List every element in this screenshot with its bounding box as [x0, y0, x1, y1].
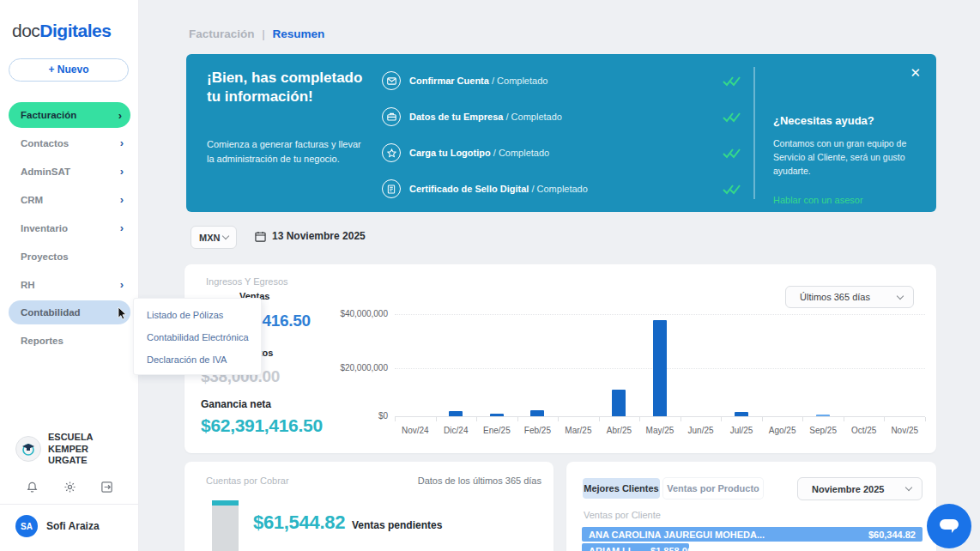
user-row[interactable]: SA Sofi Araiza — [0, 505, 139, 551]
breadcrumb-current: Resumen — [273, 27, 325, 40]
submenu-item-contabilidad-electronica[interactable]: Contabilidad Electrónica — [134, 326, 261, 348]
star-icon — [382, 143, 401, 162]
sidebar-item-facturacion[interactable]: Facturación › — [9, 102, 130, 128]
checklist-title: Certificado de Sello Digital — [409, 184, 529, 194]
tab-ventas-por-producto[interactable]: Ventas por Producto — [663, 478, 763, 499]
sidebar-item-label: Contactos — [21, 138, 69, 148]
client-row[interactable]: ANA CAROLINA JAUREGUI MOHEDA... $60,344.… — [582, 527, 923, 542]
chevron-right-icon: › — [120, 221, 124, 234]
banner-help: ¿Necesitas ayuda? Contamos con un gran e… — [773, 114, 919, 207]
sidebar: docDigitales + Nuevo Facturación › Conta… — [0, 0, 139, 551]
chat-launcher-button[interactable] — [927, 504, 971, 548]
x-tick — [599, 417, 600, 421]
sidebar-item-label: AdminSAT — [21, 167, 70, 177]
net-label: Ganancia neta — [201, 398, 271, 410]
x-tick-label: Ago/25 — [769, 426, 796, 435]
checklist-label: Datos de tu Empresa / Completado — [409, 112, 562, 122]
card-title: Ingresos Y Egresos — [206, 276, 288, 287]
receivables-card: Cuentas por Cobrar Datos de los últimos … — [185, 462, 554, 551]
date-text: 13 Noviembre 2025 — [272, 230, 366, 242]
x-tick — [639, 417, 640, 421]
card-title: Cuentas por Cobrar — [206, 475, 289, 486]
breadcrumb-section[interactable]: Facturación — [189, 27, 255, 40]
x-tick — [721, 417, 722, 421]
x-tick — [558, 417, 559, 421]
logo-prefix: doc — [12, 21, 39, 40]
bar-Ene/25 — [490, 414, 504, 416]
x-tick — [762, 417, 763, 421]
onboarding-banner: ¡Bien, has completado tu información! Co… — [186, 54, 936, 212]
sidebar-footer: ESCUELA KEMPER URGATE — [0, 423, 139, 551]
best-clients-card: Mejores Clientes Ventas por Producto Nov… — [566, 462, 936, 551]
sidebar-item-contactos[interactable]: Contactos › — [0, 129, 139, 157]
banner-checklist: Confirmar Cuenta / Completado Datos de t… — [382, 63, 742, 207]
app-logo: docDigitales — [12, 21, 111, 41]
certificate-icon — [382, 179, 401, 198]
x-tick-label: Mar/25 — [565, 426, 591, 435]
x-tick-label: Feb/25 — [524, 426, 551, 435]
sidebar-item-label: RH — [21, 280, 35, 290]
client-name: ARIAM LI... — [589, 546, 638, 551]
bell-icon[interactable] — [26, 481, 39, 493]
chevron-down-icon — [897, 292, 904, 299]
checklist-label: Carga tu Logotipo / Completado — [409, 148, 549, 158]
bar-Dic/24 — [449, 411, 463, 416]
checklist-title: Carga tu Logotipo — [409, 148, 491, 158]
sidebar-item-adminsat[interactable]: AdminSAT › — [0, 157, 139, 185]
logout-icon[interactable] — [100, 481, 113, 493]
chevron-right-icon: › — [120, 165, 124, 178]
chevron-right-icon: › — [120, 136, 124, 149]
receivables-amount: $61,544.82 — [253, 512, 345, 534]
x-tick — [476, 417, 477, 421]
x-tick — [925, 417, 926, 421]
calendar-icon — [255, 231, 266, 242]
x-tick-label: Nov/24 — [402, 426, 429, 435]
range-select[interactable]: Últimos 365 días — [785, 286, 914, 308]
date-display[interactable]: 13 Noviembre 2025 — [255, 230, 366, 242]
bar-May/25 — [653, 320, 667, 416]
gear-icon[interactable] — [64, 481, 76, 493]
submenu-item-declaracion-de-iva[interactable]: Declaración de IVA — [134, 348, 261, 371]
checklist-item: Datos de tu Empresa / Completado — [382, 99, 742, 135]
sidebar-item-label: Inventario — [21, 223, 68, 233]
logo-suffix: Digitales — [39, 21, 111, 40]
x-tick-label: Ene/25 — [483, 426, 511, 435]
x-tick-label: Oct/25 — [851, 426, 876, 435]
sidebar-item-reportes[interactable]: Reportes — [0, 326, 139, 354]
company-row[interactable]: ESCUELA KEMPER URGATE — [0, 423, 139, 474]
sidebar-item-inventario[interactable]: Inventario › — [0, 214, 139, 242]
chevron-right-icon: › — [120, 193, 124, 206]
bar-Sep/25 — [816, 415, 830, 416]
double-check-icon — [722, 148, 742, 159]
checklist-label: Confirmar Cuenta / Completado — [409, 76, 547, 86]
client-amount: $60,344.82 — [856, 530, 916, 540]
help-advisor-link[interactable]: Hablar con un asesor — [773, 195, 863, 205]
sidebar-item-rh[interactable]: RH › — [0, 270, 139, 299]
breadcrumb: Facturación | Resumen — [189, 27, 324, 40]
sidebar-item-label: CRM — [21, 195, 43, 205]
tab-mejores-clientes[interactable]: Mejores Clientes — [583, 478, 660, 499]
close-icon[interactable]: ✕ — [910, 65, 921, 81]
y-tick-label: $0 — [378, 411, 388, 421]
bar-Jul/25 — [735, 412, 748, 416]
x-tick-label: Jul/25 — [730, 426, 753, 435]
company-name: ESCUELA KEMPER URGATE — [48, 432, 129, 467]
y-tick-label: $20,000,000 — [340, 363, 388, 372]
double-check-icon — [722, 112, 742, 123]
sidebar-item-proyectos[interactable]: Proyectos — [0, 242, 139, 270]
sidebar-item-contabilidad[interactable]: Contabilidad › — [9, 300, 130, 324]
x-tick — [884, 417, 885, 421]
company-logo — [15, 436, 41, 462]
bar-Abr/25 — [612, 390, 626, 417]
checklist-status: / Completado — [492, 76, 547, 86]
client-row[interactable]: ARIAM LI... $1,858.00 — [582, 543, 689, 551]
sidebar-item-crm[interactable]: CRM › — [0, 185, 139, 214]
chevron-down-icon — [222, 233, 229, 239]
currency-select[interactable]: MXN — [191, 226, 237, 249]
checklist-item: Carga tu Logotipo / Completado — [382, 135, 742, 171]
x-tick — [395, 417, 396, 421]
checklist-title: Confirmar Cuenta — [409, 76, 489, 86]
month-select[interactable]: Noviembre 2025 — [797, 477, 923, 500]
submenu-item-listado-de-polizas[interactable]: Listado de Pólizas — [134, 304, 261, 326]
new-button[interactable]: + Nuevo — [9, 58, 129, 82]
